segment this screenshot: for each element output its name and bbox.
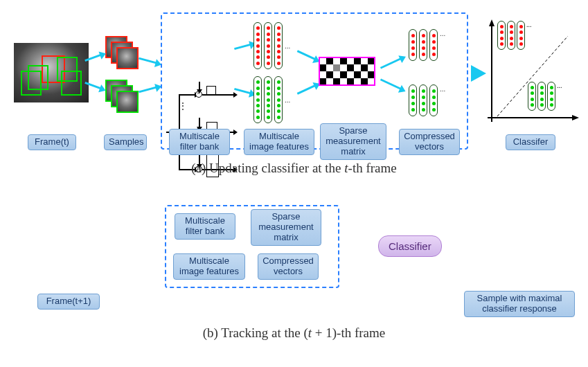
- svg-marker-1: [489, 19, 495, 26]
- caption-b-prefix: (b) Tracking at the (: [203, 325, 308, 340]
- negative-sample-thumbs: [105, 80, 133, 107]
- caption-a-prefix: (a) Updating classifier at the: [191, 161, 344, 175]
- sparse-measurement-matrix: [319, 57, 375, 86]
- caption-b-suffix: + 1)-th frame: [312, 325, 385, 340]
- classifier-label-a: Classifer: [506, 134, 555, 150]
- caption-a: (a) Updating classifier at the t-th fram…: [0, 161, 588, 176]
- feature-vectors-negative: ...: [253, 76, 290, 123]
- classifier-pos-vectors: ...: [497, 21, 532, 50]
- samples-label: Samples: [104, 134, 147, 150]
- frame-t-photo: [14, 43, 89, 102]
- sparse-matrix-label-b: Sparse measurement matrix: [251, 209, 321, 246]
- filter-bank-label-b: Multiscale filter bank: [175, 213, 235, 240]
- compressed-vectors-negative: ...: [409, 84, 445, 116]
- frame-t1-label: Frame(t+1): [37, 294, 100, 310]
- classifier-neg-vectors: ...: [528, 82, 562, 111]
- arrow-to-classifier: [471, 65, 486, 82]
- sparse-matrix-label: Sparse measurement matrix: [320, 123, 386, 160]
- frame-t-label: Frame(t): [28, 134, 76, 150]
- compressed-vectors-label-b: Compressed vectors: [258, 253, 319, 280]
- result-label: Sample with maximal classifier response: [464, 291, 575, 317]
- caption-a-suffix: -th frame: [348, 161, 397, 175]
- arrow-pos-to-bank: [139, 57, 157, 64]
- positive-sample-thumbs: [105, 36, 133, 64]
- classifier-node: Classifier: [378, 235, 442, 257]
- image-features-label: Multiscale image features: [244, 129, 314, 155]
- caption-b: (b) Tracking at the (t + 1)-th frame: [0, 325, 588, 341]
- feature-vectors-positive: ...: [253, 22, 290, 69]
- compressed-vectors-positive: ...: [409, 29, 445, 61]
- image-features-label-b: Multiscale image features: [173, 253, 245, 280]
- svg-marker-3: [572, 115, 579, 120]
- filter-bank-label: Multiscale filter bank: [169, 129, 230, 155]
- compressed-vectors-label: Compressed vectors: [399, 129, 460, 155]
- arrow-neg-to-bank: [139, 87, 157, 93]
